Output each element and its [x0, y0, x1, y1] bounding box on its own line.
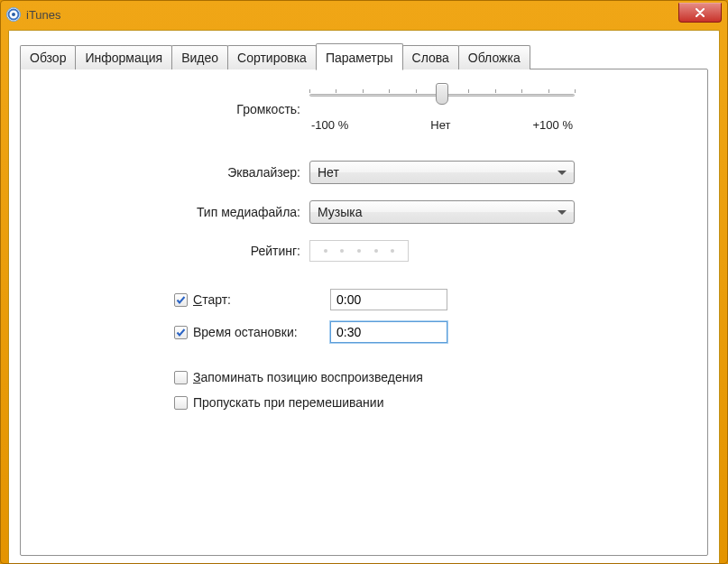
media-type-label: Тип медиафайла:: [39, 205, 309, 219]
tab-info[interactable]: Информация: [75, 45, 172, 69]
close-button[interactable]: [678, 3, 722, 23]
chevron-down-icon: [558, 210, 567, 215]
window-frame: iTunes Обзор Информация Видео Сортировка…: [0, 0, 728, 564]
volume-slider-labels: -100 % Нет +100 %: [309, 118, 575, 132]
volume-row: Громкость: -100 % Нет: [39, 86, 689, 132]
equalizer-value: Нет: [318, 165, 558, 180]
volume-slider-thumb[interactable]: [436, 83, 448, 105]
stop-time-input[interactable]: [330, 321, 447, 343]
rating-label: Рейтинг:: [39, 244, 309, 258]
chevron-down-icon: [558, 171, 567, 175]
skip-shuffle-row: Пропускать при перемешивании: [39, 395, 689, 410]
window-title: iTunes: [26, 8, 678, 22]
dialog-body: Обзор Информация Видео Сортировка Параме…: [8, 30, 720, 563]
close-icon: [695, 8, 705, 17]
tabs: Обзор Информация Видео Сортировка Параме…: [20, 43, 708, 69]
start-checkbox[interactable]: [174, 293, 188, 307]
remember-position-row: Запоминать позицию воспроизведения: [39, 370, 689, 384]
equalizer-dropdown[interactable]: Нет: [309, 161, 575, 184]
titlebar: iTunes: [1, 1, 727, 28]
remember-position-checkbox[interactable]: [174, 371, 188, 384]
svg-point-2: [12, 13, 15, 16]
equalizer-label: Эквалайзер:: [39, 165, 309, 180]
volume-slider[interactable]: -100 % Нет +100 %: [309, 86, 575, 132]
tab-sorting[interactable]: Сортировка: [227, 45, 317, 69]
start-row: Старт:: [39, 289, 689, 310]
tab-video[interactable]: Видео: [171, 45, 228, 69]
tab-overview[interactable]: Обзор: [20, 45, 76, 69]
stop-label: Время остановки:: [193, 325, 330, 339]
stop-checkbox[interactable]: [174, 326, 188, 339]
media-type-row: Тип медиафайла: Музыка: [39, 200, 689, 224]
check-icon: [176, 295, 186, 305]
media-type-value: Музыка: [318, 205, 558, 219]
media-type-dropdown[interactable]: Музыка: [309, 200, 575, 224]
equalizer-row: Эквалайзер: Нет: [39, 161, 689, 184]
tab-panel-options: Громкость: -100 % Нет: [20, 69, 708, 556]
itunes-icon: [6, 7, 21, 22]
skip-shuffle-checkbox[interactable]: [174, 396, 188, 410]
check-icon: [176, 328, 186, 337]
tab-lyrics[interactable]: Слова: [402, 45, 459, 69]
tab-options[interactable]: Параметры: [316, 43, 403, 70]
start-label: Старт:: [193, 292, 330, 307]
volume-label: Громкость:: [39, 102, 309, 116]
skip-shuffle-label: Пропускать при перемешивании: [193, 395, 383, 410]
tab-artwork[interactable]: Обложка: [458, 45, 530, 69]
stop-row: Время остановки:: [39, 321, 689, 343]
rating-row: Рейтинг:: [39, 240, 689, 262]
rating-control[interactable]: [309, 240, 409, 262]
start-time-input[interactable]: [330, 289, 447, 310]
remember-position-label: Запоминать позицию воспроизведения: [193, 370, 423, 384]
